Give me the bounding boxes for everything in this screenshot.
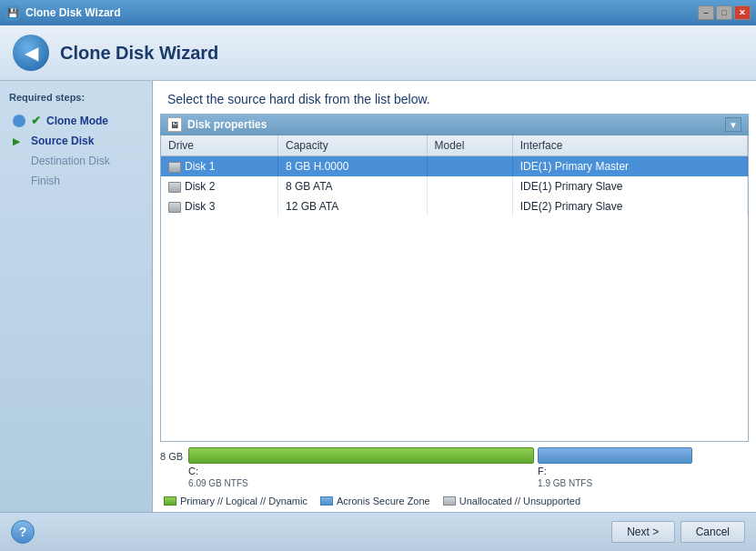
footer-left: ? [11, 520, 35, 544]
content-area: Required steps: ✔ Clone Mode Source Disk… [0, 81, 756, 512]
col-capacity: Capacity [278, 135, 428, 156]
window-body: ◀ Clone Disk Wizard Required steps: ✔ Cl… [0, 25, 756, 551]
sidebar-item-finish[interactable]: Finish [0, 171, 152, 191]
partition-viz: 8 GB C: 6.09 GB NTFS F: 1.9 GB NTFS [160, 447, 749, 488]
close-button[interactable]: ✕ [734, 5, 751, 20]
partition-bars: C: 6.09 GB NTFS F: 1.9 GB NTFS [188, 447, 749, 488]
next-button[interactable]: Next > [611, 521, 675, 543]
cell-capacity: 12 GB ATA [278, 196, 428, 216]
footer-right: Next > Cancel [611, 521, 745, 543]
partition-c-bar [188, 447, 534, 464]
main-panel: Select the source hard disk from the lis… [153, 81, 756, 512]
sidebar-item-label: Source Disk [31, 135, 94, 147]
cell-drive: Disk 2 [161, 176, 278, 196]
legend-acronis: Acronis Secure Zone [320, 496, 430, 506]
disk-props-icon: 🖥 [167, 117, 182, 132]
partition-c-label: C: [188, 466, 534, 476]
checkmark-icon: ✔ [31, 114, 41, 127]
partition-f: F: 1.9 GB NTFS [538, 447, 692, 488]
disk-props-btn[interactable]: ▼ [725, 117, 741, 132]
table-row[interactable]: Disk 28 GB ATAIDE(1) Primary Slave [161, 176, 748, 196]
legend-acronis-box [320, 496, 333, 506]
sidebar-item-label: Clone Mode [46, 115, 108, 127]
cancel-button[interactable]: Cancel [680, 521, 745, 543]
table-row[interactable]: Disk 18 GB H.0000IDE(1) Primary Master [161, 156, 748, 177]
partition-c: C: 6.09 GB NTFS [188, 447, 534, 488]
legend-unallocated-box [443, 496, 456, 506]
disk-props-header: 🖥 Disk properties ▼ [160, 114, 749, 135]
sidebar-label: Required steps: [0, 92, 152, 110]
disk-icon [168, 202, 181, 213]
disk-size-label: 8 GB [160, 447, 183, 462]
legend-primary: Primary // Logical // Dynamic [164, 496, 307, 506]
legend-area: Primary // Logical // Dynamic Acronis Se… [153, 492, 756, 512]
sidebar: Required steps: ✔ Clone Mode Source Disk… [0, 81, 153, 512]
help-button[interactable]: ? [11, 520, 35, 544]
legend-acronis-label: Acronis Secure Zone [337, 496, 430, 506]
cell-drive: Disk 1 [161, 156, 278, 177]
maximize-button[interactable]: □ [716, 5, 732, 20]
legend-unallocated-label: Unallocated // Unsupported [459, 496, 580, 506]
cell-interface: IDE(2) Primary Slave [512, 196, 747, 216]
minimize-button[interactable]: – [698, 5, 714, 20]
app-icon: 💾 [5, 5, 20, 20]
cell-model [427, 196, 512, 216]
cell-interface: IDE(1) Primary Master [512, 156, 747, 177]
disk-icon [168, 182, 181, 193]
disk-table: Drive Capacity Model Interface Disk 18 G… [161, 135, 748, 216]
legend-unallocated: Unallocated // Unsupported [443, 496, 580, 506]
cell-capacity: 8 GB H.0000 [278, 156, 428, 177]
table-header-row: Drive Capacity Model Interface [161, 135, 748, 156]
col-model: Model [427, 135, 512, 156]
partition-f-sublabel: 1.9 GB NTFS [538, 478, 692, 488]
col-interface: Interface [512, 135, 747, 156]
cell-model [427, 176, 512, 196]
partition-f-bar [538, 447, 692, 464]
disk-icon [168, 162, 181, 173]
sidebar-item-clone-mode[interactable]: ✔ Clone Mode [0, 110, 152, 131]
col-drive: Drive [161, 135, 278, 156]
disk-props-title: Disk properties [187, 118, 720, 131]
sidebar-item-label: Destination Disk [31, 155, 110, 167]
cell-model [427, 156, 512, 177]
cell-capacity: 8 GB ATA [278, 176, 428, 196]
sidebar-item-label: Finish [31, 175, 60, 187]
partition-c-sublabel: 6.09 GB NTFS [188, 478, 534, 488]
window-controls: – □ ✕ [698, 5, 751, 20]
wizard-header: ◀ Clone Disk Wizard [0, 25, 756, 81]
footer: ? Next > Cancel [0, 512, 756, 551]
sidebar-item-destination-disk[interactable]: Destination Disk [0, 151, 152, 171]
sidebar-item-source-disk[interactable]: Source Disk [0, 131, 152, 151]
disk-table-container: Drive Capacity Model Interface Disk 18 G… [160, 135, 749, 442]
table-row[interactable]: Disk 312 GB ATAIDE(2) Primary Slave [161, 196, 748, 216]
legend-primary-box [164, 496, 176, 506]
instruction-text: Select the source hard disk from the lis… [153, 81, 756, 114]
cell-drive: Disk 3 [161, 196, 278, 216]
partition-f-label: F: [538, 466, 692, 476]
legend-primary-label: Primary // Logical // Dynamic [180, 496, 307, 506]
cell-interface: IDE(1) Primary Slave [512, 176, 747, 196]
title-bar: 💾 Clone Disk Wizard – □ ✕ [0, 0, 756, 25]
wizard-icon: ◀ [13, 35, 49, 71]
window-title: Clone Disk Wizard [25, 6, 121, 19]
wizard-title: Clone Disk Wizard [60, 43, 218, 64]
